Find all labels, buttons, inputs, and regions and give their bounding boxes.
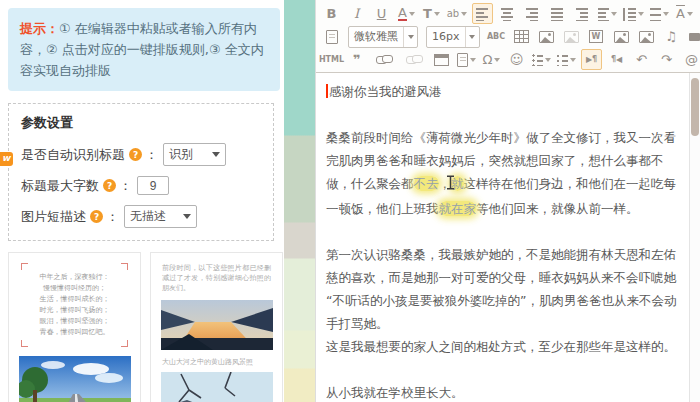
ordered-list-icon[interactable] — [556, 49, 577, 70]
img-desc-select[interactable]: 无描述 — [124, 205, 197, 228]
editor-content[interactable]: 感谢你当我的避风港 桑桑前段时间给《薄荷微光少年时》做了全文修订，我又一次看完肌… — [316, 73, 700, 402]
chevron-down-icon — [611, 12, 617, 16]
unlink-icon[interactable] — [401, 49, 422, 70]
template-preview-image-river — [161, 300, 273, 350]
img-desc-label: 图片短描述 — [21, 208, 86, 226]
align-right-icon[interactable] — [522, 3, 543, 24]
html-source-icon[interactable]: HTML — [321, 49, 342, 70]
ltr-paragraph-icon[interactable]: ▶¶ — [581, 49, 602, 70]
chevron-down-icon — [409, 12, 415, 16]
new-document-icon[interactable] — [321, 26, 342, 47]
paragraph-spacing-icon[interactable] — [649, 3, 670, 24]
word-image-icon[interactable]: W — [586, 26, 607, 47]
special-char-icon[interactable]: Ω — [481, 49, 502, 70]
colon: ： — [106, 208, 119, 226]
bold-icon[interactable]: B — [321, 3, 342, 24]
chevron-down-icon — [403, 27, 417, 47]
max-chars-input[interactable] — [137, 176, 169, 195]
img-desc-row: 图片短描述 ? ： 无描述 — [21, 205, 261, 228]
text-format-icon[interactable]: T — [421, 3, 442, 24]
text-caret — [326, 84, 328, 98]
align-left-icon[interactable] — [472, 3, 493, 24]
screenshot-icon[interactable] — [561, 26, 582, 47]
font-color-icon[interactable]: A — [396, 3, 417, 24]
chevron-down-icon — [663, 12, 669, 16]
highlighted-text: 不去 — [414, 176, 439, 191]
insert-video-icon[interactable] — [686, 26, 700, 47]
highlight-color-icon[interactable]: ab — [446, 3, 468, 24]
redo-icon[interactable]: ↷ — [656, 49, 677, 70]
insert-music-icon[interactable]: ♫ — [661, 26, 682, 47]
align-center-icon[interactable] — [497, 3, 518, 24]
chevron-down-icon — [461, 12, 467, 16]
panel-icon[interactable] — [431, 49, 452, 70]
template-poem-sample: 中年之后，深夜独行： 慢慢懂得叫经历的； 生活，懂得叫成长的； 时光，懂得叫飞扬… — [21, 263, 128, 347]
indent-first-line-icon[interactable] — [572, 3, 593, 24]
new-badge: w — [0, 152, 13, 166]
blockquote-icon[interactable]: ❞ — [346, 49, 367, 70]
select-arrow-icon — [183, 214, 191, 219]
colon: ： — [119, 177, 132, 195]
multi-image-icon[interactable] — [636, 26, 657, 47]
auto-title-label: 是否自动识别标题 — [21, 146, 125, 164]
blank-line[interactable] — [326, 358, 680, 381]
select-arrow-icon — [212, 152, 220, 157]
blank-line[interactable] — [326, 220, 680, 243]
poem-line: 时光，懂得叫飞扬的； — [25, 305, 124, 316]
toolbar-row-2: 微软雅黑 16px ABCW♫— — [319, 25, 697, 48]
auto-title-row: 是否自动识别标题 ? ： 识别 — [21, 143, 261, 166]
poem-line: 眼泪，懂得叫坚强的； — [25, 316, 124, 327]
search-replace-icon[interactable]: @ — [681, 49, 700, 70]
emoji-icon[interactable]: ☺ — [506, 49, 527, 70]
undo-icon[interactable]: ↶ — [631, 49, 652, 70]
font-size-select[interactable]: 16px — [426, 26, 480, 48]
poem-line: 生活，懂得叫成长的； — [25, 294, 124, 305]
tip-box: 提示：① 在编辑器中粘贴或者输入所有内容，② 点击对应的一键排版规则,③ 全文内… — [8, 8, 280, 91]
editor-scrollbar-thumb[interactable] — [691, 78, 699, 136]
editor-scrollbar[interactable] — [689, 73, 700, 402]
rtl-paragraph-icon[interactable]: ¶◀ — [606, 49, 627, 70]
indent-icon[interactable] — [597, 3, 618, 24]
italic-icon[interactable]: I — [346, 3, 367, 24]
line-height-icon[interactable] — [622, 3, 644, 24]
insert-image-icon[interactable] — [536, 26, 557, 47]
chevron-down-icon — [465, 27, 479, 47]
editor-toolbar: BIUATabA 微软雅黑 16px ABCW♫— HTML❞Ω☺▶¶¶◀↶↷@… — [316, 0, 700, 73]
blank-line[interactable] — [326, 103, 680, 126]
help-icon[interactable]: ? — [129, 148, 142, 161]
insert-table-icon[interactable] — [511, 26, 532, 47]
editor-paragraph[interactable]: 这是我最想要的家人之间的相处方式，至少在那些年是这样的。 — [326, 335, 680, 358]
editor-paragraph[interactable]: 从小我就在学校里长大。 — [326, 381, 680, 402]
unordered-list-icon[interactable] — [531, 49, 552, 70]
chevron-down-icon — [687, 12, 693, 16]
paragraph-text: 等他们回来，就像从前一样。 — [476, 201, 639, 216]
help-icon[interactable]: ? — [103, 179, 116, 192]
auto-title-select[interactable]: 识别 — [163, 143, 226, 166]
font-family-select[interactable]: 微软雅黑 — [348, 26, 418, 48]
tip-label: 提示： — [20, 21, 59, 36]
chevron-down-icon — [570, 58, 576, 62]
document-title-line[interactable]: 感谢你当我的避风港 — [326, 80, 680, 103]
single-image-icon[interactable] — [611, 26, 632, 47]
poem-line: 青春，懂得叫回忆吧。 — [25, 327, 124, 338]
template-card-simple-14[interactable]: 前段时间，以下这些照片都已经删减过了才发，特别感谢细心拍照的朋友们。 大山大 — [150, 252, 283, 402]
chevron-down-icon — [494, 58, 500, 62]
editor-paragraph[interactable]: 桑桑前段时间给《薄荷微光少年时》做了全文修订，我又一次看完肌肉男爸爸和睡衣妈妈后… — [326, 126, 680, 220]
insert-template-icon[interactable] — [456, 49, 477, 70]
template-card-bordered-17[interactable]: 中年之后，深夜独行： 慢慢懂得叫经历的； 生活，懂得叫成长的； 时光，懂得叫飞扬… — [8, 252, 141, 402]
background-collage-strip — [284, 0, 315, 402]
params-panel: 参数设置 是否自动识别标题 ? ： 识别 标题最大字数 ? ： 图片短描述 ? … — [8, 103, 274, 241]
align-justify-icon[interactable] — [547, 3, 568, 24]
auto-title-value: 识别 — [169, 146, 203, 163]
link-icon[interactable] — [371, 49, 392, 70]
params-title: 参数设置 — [21, 114, 261, 132]
underline-icon[interactable]: U — [371, 3, 392, 24]
highlighted-text: 就在家 — [439, 201, 477, 216]
toolbar-row-1: BIUATabA — [319, 2, 697, 25]
chevron-down-icon — [470, 58, 476, 62]
editor-paragraph[interactable]: 第一次认识骆桑桑，我最嫉妒她的，不是她能拥有林天恩和左佑慈的喜欢，而是她那一对可… — [326, 243, 680, 335]
colon: ： — [145, 146, 158, 164]
spellcheck-icon[interactable]: ABC — [486, 26, 507, 47]
help-icon[interactable]: ? — [90, 210, 103, 223]
letter-spacing-icon[interactable]: A — [674, 3, 695, 24]
